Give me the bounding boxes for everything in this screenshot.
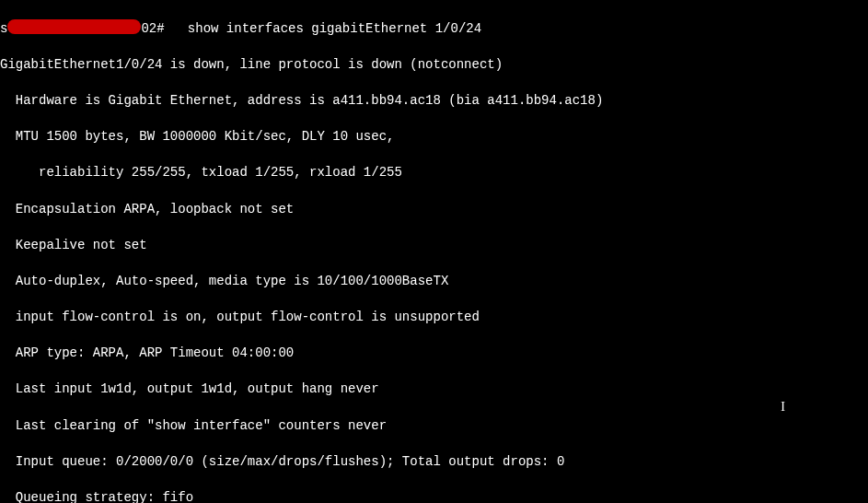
redacted-hostname	[7, 19, 141, 34]
output-line: Hardware is Gigabit Ethernet, address is…	[0, 92, 868, 111]
terminal-output[interactable]: s02# show interfaces gigabitEthernet 1/0…	[0, 2, 868, 503]
prompt-prefix: s	[0, 21, 7, 36]
output-line: Encapsulation ARPA, loopback not set	[0, 201, 868, 219]
output-line: input flow-control is on, output flow-co…	[0, 309, 868, 327]
output-line: MTU 1500 bytes, BW 1000000 Kbit/sec, DLY…	[0, 128, 868, 146]
command-line: s02# show interfaces gigabitEthernet 1/0…	[0, 20, 868, 39]
output-line: reliability 255/255, txload 1/255, rxloa…	[0, 164, 868, 182]
output-line: Last clearing of "show interface" counte…	[0, 417, 868, 436]
text-cursor-icon: I	[781, 398, 785, 416]
output-line: Keepalive not set	[0, 237, 868, 255]
output-line: Last input 1w1d, output 1w1d, output han…	[0, 380, 868, 399]
command-text: show interfaces gigabitEthernet 1/0/24	[165, 21, 481, 36]
output-line: Auto-duplex, Auto-speed, media type is 1…	[0, 273, 868, 291]
prompt-suffix: 02#	[141, 21, 164, 36]
output-line: Input queue: 0/2000/0/0 (size/max/drops/…	[0, 453, 868, 472]
output-line: ARP type: ARPA, ARP Timeout 04:00:00	[0, 345, 868, 363]
output-line: Queueing strategy: fifo	[0, 489, 868, 503]
output-line: GigabitEthernet1/0/24 is down, line prot…	[0, 56, 868, 75]
